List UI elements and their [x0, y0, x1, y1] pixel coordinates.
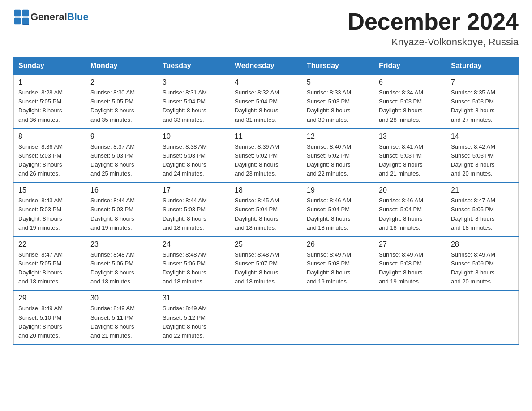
day-number: 19	[307, 186, 369, 194]
day-info: Sunrise: 8:45 AMSunset: 5:04 PMDaylight:…	[235, 196, 297, 232]
calendar-cell: 12 Sunrise: 8:40 AMSunset: 5:02 PMDaylig…	[302, 128, 374, 183]
calendar-cell: 27 Sunrise: 8:49 AMSunset: 5:08 PMDaylig…	[374, 236, 446, 291]
day-number: 6	[379, 78, 442, 86]
calendar-cell: 21 Sunrise: 8:47 AMSunset: 5:05 PMDaylig…	[446, 182, 519, 236]
day-number: 10	[163, 133, 225, 141]
day-info: Sunrise: 8:42 AMSunset: 5:03 PMDaylight:…	[451, 142, 514, 179]
day-info: Sunrise: 8:35 AMSunset: 5:03 PMDaylight:…	[451, 88, 514, 124]
day-info: Sunrise: 8:44 AMSunset: 5:03 PMDaylight:…	[163, 196, 225, 232]
header-thursday: Thursday	[302, 57, 374, 75]
day-number: 28	[451, 240, 514, 248]
calendar-cell: 20 Sunrise: 8:46 AMSunset: 5:04 PMDaylig…	[374, 182, 446, 236]
header-tuesday: Tuesday	[158, 57, 230, 75]
svg-rect-2	[14, 18, 21, 25]
day-info: Sunrise: 8:49 AMSunset: 5:11 PMDaylight:…	[90, 304, 153, 340]
calendar-cell: 22 Sunrise: 8:47 AMSunset: 5:05 PMDaylig…	[14, 236, 86, 291]
day-number: 24	[163, 240, 225, 248]
calendar-cell: 26 Sunrise: 8:49 AMSunset: 5:08 PMDaylig…	[302, 236, 374, 291]
svg-rect-1	[22, 10, 29, 17]
calendar-cell: 16 Sunrise: 8:44 AMSunset: 5:03 PMDaylig…	[86, 182, 158, 236]
calendar-cell: 19 Sunrise: 8:46 AMSunset: 5:04 PMDaylig…	[302, 182, 374, 236]
day-info: Sunrise: 8:48 AMSunset: 5:06 PMDaylight:…	[163, 250, 225, 287]
day-number: 17	[163, 186, 225, 194]
day-number: 5	[307, 78, 369, 86]
day-number: 25	[235, 240, 297, 248]
calendar-cell: 25 Sunrise: 8:48 AMSunset: 5:07 PMDaylig…	[230, 236, 302, 291]
calendar-cell: 4 Sunrise: 8:32 AMSunset: 5:04 PMDayligh…	[230, 75, 302, 128]
calendar-cell: 11 Sunrise: 8:39 AMSunset: 5:02 PMDaylig…	[230, 128, 302, 183]
day-number: 13	[379, 133, 442, 141]
logo-blue-text: Blue	[67, 11, 89, 22]
calendar-cell: 15 Sunrise: 8:43 AMSunset: 5:03 PMDaylig…	[14, 182, 86, 236]
day-info: Sunrise: 8:47 AMSunset: 5:05 PMDaylight:…	[18, 250, 81, 287]
calendar-cell: 10 Sunrise: 8:38 AMSunset: 5:03 PMDaylig…	[158, 128, 230, 183]
header-sunday: Sunday	[14, 57, 86, 75]
location: Knyaze-Volkonskoye, Russia	[348, 36, 519, 48]
day-number: 16	[90, 186, 153, 194]
day-info: Sunrise: 8:36 AMSunset: 5:03 PMDaylight:…	[18, 142, 81, 179]
day-number: 21	[451, 186, 514, 194]
svg-rect-0	[14, 10, 21, 17]
day-number: 23	[90, 240, 153, 248]
calendar-cell: 9 Sunrise: 8:37 AMSunset: 5:03 PMDayligh…	[86, 128, 158, 183]
day-info: Sunrise: 8:49 AMSunset: 5:10 PMDaylight:…	[18, 304, 81, 340]
day-info: Sunrise: 8:30 AMSunset: 5:05 PMDaylight:…	[90, 88, 153, 124]
calendar-cell: 13 Sunrise: 8:41 AMSunset: 5:03 PMDaylig…	[374, 128, 446, 183]
calendar-cell: 30 Sunrise: 8:49 AMSunset: 5:11 PMDaylig…	[86, 290, 158, 344]
header-row: Sunday Monday Tuesday Wednesday Thursday…	[14, 57, 519, 75]
calendar-cell: 31 Sunrise: 8:49 AMSunset: 5:12 PMDaylig…	[158, 290, 230, 344]
day-info: Sunrise: 8:48 AMSunset: 5:06 PMDaylight:…	[90, 250, 153, 287]
header-wednesday: Wednesday	[230, 57, 302, 75]
logo-icon	[13, 9, 30, 25]
calendar-cell: 5 Sunrise: 8:33 AMSunset: 5:03 PMDayligh…	[302, 75, 374, 128]
week-row-5: 29 Sunrise: 8:49 AMSunset: 5:10 PMDaylig…	[14, 290, 519, 344]
day-number: 4	[235, 78, 297, 86]
calendar-cell: 23 Sunrise: 8:48 AMSunset: 5:06 PMDaylig…	[86, 236, 158, 291]
header-saturday: Saturday	[446, 57, 519, 75]
calendar-cell: 28 Sunrise: 8:49 AMSunset: 5:09 PMDaylig…	[446, 236, 519, 291]
day-number: 15	[18, 186, 81, 194]
day-info: Sunrise: 8:48 AMSunset: 5:07 PMDaylight:…	[235, 250, 297, 287]
calendar-cell: 8 Sunrise: 8:36 AMSunset: 5:03 PMDayligh…	[14, 128, 86, 183]
day-info: Sunrise: 8:49 AMSunset: 5:08 PMDaylight:…	[307, 250, 369, 287]
calendar-header: Sunday Monday Tuesday Wednesday Thursday…	[14, 57, 519, 75]
day-info: Sunrise: 8:49 AMSunset: 5:08 PMDaylight:…	[379, 250, 442, 287]
calendar-cell: 18 Sunrise: 8:45 AMSunset: 5:04 PMDaylig…	[230, 182, 302, 236]
page-header: GeneralBlue December 2024 Knyaze-Volkons…	[13, 9, 519, 48]
day-info: Sunrise: 8:28 AMSunset: 5:05 PMDaylight:…	[18, 88, 81, 124]
day-info: Sunrise: 8:32 AMSunset: 5:04 PMDaylight:…	[235, 88, 297, 124]
day-number: 3	[163, 78, 225, 86]
day-number: 26	[307, 240, 369, 248]
day-info: Sunrise: 8:37 AMSunset: 5:03 PMDaylight:…	[90, 142, 153, 179]
day-number: 11	[235, 133, 297, 141]
day-info: Sunrise: 8:46 AMSunset: 5:04 PMDaylight:…	[307, 196, 369, 232]
calendar-cell	[230, 290, 302, 344]
calendar-body: 1 Sunrise: 8:28 AMSunset: 5:05 PMDayligh…	[14, 75, 519, 344]
title-block: December 2024 Knyaze-Volkonskoye, Russia	[348, 9, 519, 48]
day-number: 14	[451, 133, 514, 141]
month-title: December 2024	[348, 9, 519, 34]
day-info: Sunrise: 8:49 AMSunset: 5:12 PMDaylight:…	[163, 304, 225, 340]
day-number: 30	[90, 294, 153, 302]
day-number: 8	[18, 133, 81, 141]
day-number: 20	[379, 186, 442, 194]
calendar-cell: 7 Sunrise: 8:35 AMSunset: 5:03 PMDayligh…	[446, 75, 519, 128]
day-info: Sunrise: 8:47 AMSunset: 5:05 PMDaylight:…	[451, 196, 514, 232]
logo: GeneralBlue	[13, 9, 89, 25]
day-number: 22	[18, 240, 81, 248]
calendar-cell: 3 Sunrise: 8:31 AMSunset: 5:04 PMDayligh…	[158, 75, 230, 128]
header-monday: Monday	[86, 57, 158, 75]
week-row-3: 15 Sunrise: 8:43 AMSunset: 5:03 PMDaylig…	[14, 182, 519, 236]
day-number: 31	[163, 294, 225, 302]
calendar-cell: 2 Sunrise: 8:30 AMSunset: 5:05 PMDayligh…	[86, 75, 158, 128]
calendar-cell	[446, 290, 519, 344]
day-info: Sunrise: 8:39 AMSunset: 5:02 PMDaylight:…	[235, 142, 297, 179]
day-number: 9	[90, 133, 153, 141]
day-info: Sunrise: 8:44 AMSunset: 5:03 PMDaylight:…	[90, 196, 153, 232]
calendar-cell: 17 Sunrise: 8:44 AMSunset: 5:03 PMDaylig…	[158, 182, 230, 236]
day-info: Sunrise: 8:34 AMSunset: 5:03 PMDaylight:…	[379, 88, 442, 124]
calendar-cell: 6 Sunrise: 8:34 AMSunset: 5:03 PMDayligh…	[374, 75, 446, 128]
day-info: Sunrise: 8:40 AMSunset: 5:02 PMDaylight:…	[307, 142, 369, 179]
day-info: Sunrise: 8:38 AMSunset: 5:03 PMDaylight:…	[163, 142, 225, 179]
day-number: 12	[307, 133, 369, 141]
